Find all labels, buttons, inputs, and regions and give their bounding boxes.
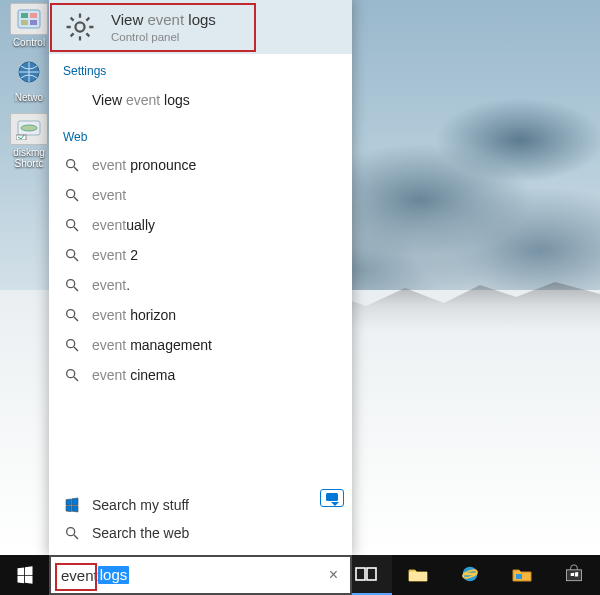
svg-line-22: [74, 317, 78, 321]
svg-point-9: [75, 22, 84, 31]
network-icon: [10, 58, 48, 90]
search-icon: [63, 247, 81, 263]
svg-point-7: [21, 125, 37, 131]
svg-rect-31: [367, 568, 376, 580]
search-icon: [63, 217, 81, 233]
svg-line-18: [74, 257, 78, 261]
result-web-7[interactable]: event cinema: [49, 360, 352, 390]
svg-rect-35: [516, 574, 522, 579]
svg-point-11: [67, 160, 75, 168]
search-icon: [63, 337, 81, 353]
best-match-prefix: View: [111, 11, 147, 28]
result-match: event: [92, 187, 126, 203]
result-suffix: .: [126, 277, 130, 293]
result-web-0[interactable]: event pronounce: [49, 150, 352, 180]
best-match-highlight: event: [147, 11, 184, 28]
svg-line-16: [74, 227, 78, 231]
best-match-subtitle: Control panel: [111, 31, 216, 43]
result-suffix: pronounce: [126, 157, 196, 173]
svg-line-20: [74, 287, 78, 291]
settings-results: View event logs: [49, 80, 352, 120]
result-match: event: [126, 92, 160, 108]
search-input-text: event logs: [61, 566, 327, 585]
svg-point-27: [67, 528, 75, 536]
search-input[interactable]: event logs ×: [49, 555, 352, 595]
result-web-2[interactable]: eventually: [49, 210, 352, 240]
svg-rect-2: [30, 13, 37, 18]
svg-line-12: [74, 167, 78, 171]
svg-line-14: [74, 197, 78, 201]
cortana-search-panel: View event logs Control panel Settings V…: [49, 0, 352, 555]
best-match-result[interactable]: View event logs Control panel: [49, 0, 352, 54]
svg-rect-30: [356, 568, 365, 580]
desktop-icons: Control Netwo diskmg Shortc: [3, 3, 55, 179]
result-suffix: horizon: [126, 307, 176, 323]
svg-point-13: [67, 190, 75, 198]
web-results: event pronounce event eventually event 2…: [49, 146, 352, 394]
result-web-6[interactable]: event management: [49, 330, 352, 360]
result-suffix: cinema: [126, 367, 175, 383]
result-suffix: logs: [160, 92, 190, 108]
desktop-icon-label: diskmg Shortc: [3, 147, 55, 169]
search-the-web-label: Search the web: [92, 525, 189, 541]
search-icon: [63, 525, 81, 541]
diskmgmt-icon: [10, 113, 48, 145]
search-icon: [63, 367, 81, 383]
svg-rect-29: [326, 493, 338, 501]
windows-icon: [63, 497, 81, 513]
gear-icon: [63, 10, 97, 44]
svg-point-10: [70, 98, 75, 103]
svg-line-28: [74, 535, 78, 539]
gear-icon: [63, 91, 81, 109]
svg-rect-4: [30, 20, 37, 25]
svg-point-23: [67, 340, 75, 348]
section-label: Settings: [63, 64, 338, 78]
desktop-icon-control-panel[interactable]: Control: [3, 3, 55, 48]
search-the-web[interactable]: Search the web: [49, 519, 352, 547]
taskbar-store[interactable]: [548, 555, 600, 595]
result-suffix: ually: [126, 217, 155, 233]
result-match: event: [92, 367, 126, 383]
svg-line-26: [74, 377, 78, 381]
start-button[interactable]: [0, 555, 49, 595]
taskbar-internet-explorer[interactable]: [444, 555, 496, 595]
best-match-text: View event logs Control panel: [111, 11, 216, 43]
desktop-icon-label: Control: [3, 37, 55, 48]
svg-point-19: [67, 280, 75, 288]
result-suffix: management: [126, 337, 212, 353]
search-icon: [63, 187, 81, 203]
svg-rect-1: [21, 13, 28, 18]
result-match: event: [92, 157, 126, 173]
result-prefix: View: [92, 92, 126, 108]
desktop-icon-diskmgmt[interactable]: diskmg Shortc: [3, 113, 55, 169]
result-match: event: [92, 337, 126, 353]
taskbar-tray: [340, 555, 600, 595]
result-suffix: 2: [126, 247, 138, 263]
result-web-3[interactable]: event 2: [49, 240, 352, 270]
clear-search-button[interactable]: ×: [327, 566, 340, 584]
svg-point-17: [67, 250, 75, 258]
svg-rect-3: [21, 20, 28, 25]
result-web-5[interactable]: event horizon: [49, 300, 352, 330]
desktop-icon-network[interactable]: Netwo: [3, 58, 55, 103]
taskbar-pinned-folder[interactable]: [496, 555, 548, 595]
svg-point-25: [67, 370, 75, 378]
search-icon: [63, 157, 81, 173]
search-my-stuff[interactable]: Search my stuff: [49, 491, 352, 519]
section-label: Web: [63, 130, 338, 144]
search-my-stuff-label: Search my stuff: [92, 497, 189, 513]
svg-line-24: [74, 347, 78, 351]
svg-rect-0: [18, 10, 40, 28]
result-view-event-logs[interactable]: View event logs: [49, 84, 352, 116]
result-web-4[interactable]: event.: [49, 270, 352, 300]
desktop-icon-label: Netwo: [3, 92, 55, 103]
best-match-suffix: logs: [184, 11, 216, 28]
result-match: event: [92, 277, 126, 293]
cortana-feedback-icon[interactable]: [320, 489, 344, 507]
result-web-1[interactable]: event: [49, 180, 352, 210]
svg-point-21: [67, 310, 75, 318]
search-icon: [63, 277, 81, 293]
result-match: event: [92, 217, 126, 233]
taskbar-file-explorer[interactable]: [392, 555, 444, 595]
search-typed: event: [61, 567, 98, 584]
